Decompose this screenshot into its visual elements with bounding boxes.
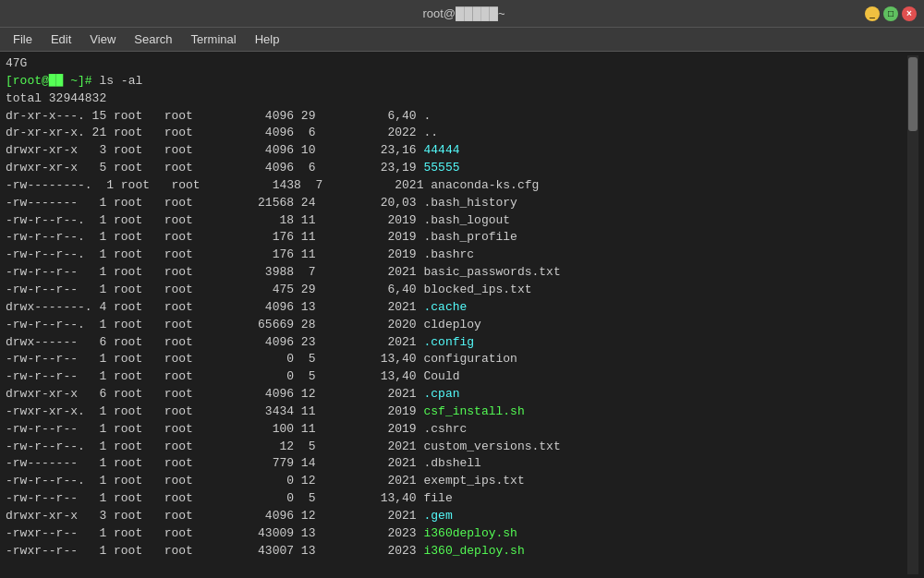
menu-edit[interactable]: Edit — [42, 30, 80, 48]
menu-search[interactable]: Search — [125, 30, 181, 48]
terminal-line: -rw-r--r--. 1 root root 0 12 2021 exempt… — [6, 473, 907, 490]
terminal-line: -rw-r--r-- 1 root root 100 11 2019 .cshr… — [6, 421, 907, 439]
terminal-line: drwxr-xr-x 3 root root 4096 10 23,16 444… — [6, 142, 907, 160]
terminal-line: -rw-r--r-- 1 root root 475 29 6,40 block… — [6, 282, 907, 299]
terminal-line: dr-xr-x---. 15 root root 4096 29 6,40 . — [6, 108, 907, 126]
terminal-window[interactable]: 47G[root@██ ~]# ls -altotal 32944832dr-x… — [0, 52, 924, 578]
terminal-line: total 32944832 — [6, 90, 907, 108]
titlebar-controls: _ □ × — [865, 6, 917, 21]
minimize-button[interactable]: _ — [865, 6, 880, 21]
menubar: File Edit View Search Terminal Help — [0, 28, 924, 52]
terminal-line: drwxr-xr-x 5 root root 4096 6 23,19 5555… — [6, 160, 907, 177]
terminal-line: -rw-r--r-- 1 root root 0 5 13,40 Could — [6, 368, 907, 386]
menu-view[interactable]: View — [80, 30, 125, 48]
terminal-content: 47G[root@██ ~]# ls -altotal 32944832dr-x… — [6, 55, 907, 574]
terminal-line: -rw-r--r-- 1 root root 0 5 13,40 file — [6, 490, 907, 508]
terminal-line: -rw------- 1 root root 779 14 2021 .dbsh… — [6, 455, 907, 473]
terminal-line: -rw-r--r--. 1 root root 176 11 2019 .bas… — [6, 247, 907, 264]
terminal-line: -rw-r--r-- 1 root root 3988 7 2021 basic… — [6, 264, 907, 282]
terminal-line: 47G — [6, 55, 907, 73]
titlebar: root@█████~ _ □ × — [0, 0, 924, 28]
terminal-line: [root@██ ~]# ls -al — [6, 73, 907, 90]
menu-terminal[interactable]: Terminal — [182, 30, 246, 48]
terminal-line: -rwxr--r-- 1 root root 43009 13 2023 i36… — [6, 525, 907, 543]
terminal-line: -rwxr--r-- 1 root root 43007 13 2023 i36… — [6, 543, 907, 560]
terminal-line: -rw-r--r--. 1 root root 176 11 2019 .bas… — [6, 229, 907, 247]
menu-file[interactable]: File — [4, 30, 42, 48]
scrollbar[interactable] — [907, 55, 918, 574]
close-button[interactable]: × — [902, 6, 917, 21]
terminal-line: drwx-------. 4 root root 4096 13 2021 .c… — [6, 299, 907, 317]
scrollbar-thumb[interactable] — [908, 57, 918, 131]
titlebar-title: root@█████~ — [63, 6, 865, 20]
terminal-line: drwxr-xr-x 6 root root 4096 12 2021 .cpa… — [6, 386, 907, 403]
terminal-line: dr-xr-xr-x. 21 root root 4096 6 2022 .. — [6, 125, 907, 142]
terminal-line: -rw-r--r--. 1 root root 65669 28 2020 cl… — [6, 317, 907, 334]
terminal-line: -rw------- 1 root root 21568 24 20,03 .b… — [6, 195, 907, 212]
terminal-line: -rwxr-xr-x. 1 root root 3434 11 2019 csf… — [6, 403, 907, 421]
terminal-line: -rw--------. 1 root root 1438 7 2021 ana… — [6, 177, 907, 195]
menu-help[interactable]: Help — [246, 30, 289, 48]
terminal-line: -rw-r--r-- 1 root root 0 5 13,40 configu… — [6, 351, 907, 368]
terminal-line: drwxr-xr-x 3 root root 4096 12 2021 .gem — [6, 508, 907, 525]
terminal-line: -rw-r--r--. 1 root root 18 11 2019 .bash… — [6, 212, 907, 230]
terminal-line: drwx------ 6 root root 4096 23 2021 .con… — [6, 334, 907, 352]
terminal-line: -rw-r--r--. 1 root root 12 5 2021 custom… — [6, 439, 907, 456]
maximize-button[interactable]: □ — [883, 6, 898, 21]
